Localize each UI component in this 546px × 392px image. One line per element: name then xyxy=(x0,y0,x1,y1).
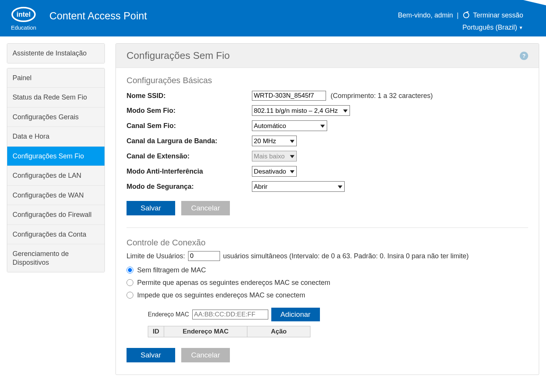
bandwidth-label: Canal da Largura de Banda: xyxy=(127,137,252,145)
section-separator xyxy=(127,228,528,228)
mac-address-label: Endereço MAC xyxy=(148,311,189,318)
basic-cancel-button[interactable]: Cancelar xyxy=(181,201,230,215)
mac-filter-label-2: Impede que os seguintes endereços MAC se… xyxy=(137,291,305,299)
bandwidth-select[interactable]: 20 MHz xyxy=(252,136,297,146)
sidebar: Assistente de Instalação PainelStatus da… xyxy=(7,43,105,375)
user-limit-input[interactable] xyxy=(188,251,220,261)
mac-filter-radio-0[interactable] xyxy=(127,267,133,273)
sidebar-item-9[interactable]: Gerenciamento de Dispositivos xyxy=(7,244,104,272)
channel-select[interactable]: Automático xyxy=(252,120,327,131)
anti-interference-select[interactable]: Desativado xyxy=(252,166,297,177)
page-title-bar: Configurações Sem Fio ? xyxy=(116,44,539,68)
logout-link[interactable]: Terminar sessão xyxy=(473,9,523,21)
conn-cancel-button[interactable]: Cancelar xyxy=(181,348,230,362)
wireless-mode-select[interactable]: 802.11 b/g/n misto – 2,4 GHz xyxy=(252,105,350,116)
sidebar-group-main: PainelStatus da Rede Sem FioConfiguraçõe… xyxy=(7,68,105,273)
mac-filter-radio-1[interactable] xyxy=(127,279,133,286)
sidebar-item-1[interactable]: Status da Rede Sem Fio xyxy=(7,88,104,107)
sidebar-item-3[interactable]: Data e Hora xyxy=(7,127,104,147)
sidebar-item-6[interactable]: Configurações de WAN xyxy=(7,186,104,205)
basic-save-button[interactable]: Salvar xyxy=(127,201,175,215)
welcome-text: Bem-vindo, admin xyxy=(398,9,453,21)
header-corner-notch xyxy=(523,0,546,5)
sidebar-item-4[interactable]: Configurações Sem Fio xyxy=(7,147,104,166)
logo-area: intel Education Content Access Point xyxy=(8,5,147,32)
user-limit-label: Limite de Usuários: xyxy=(127,251,185,262)
anti-interference-label: Modo Anti-Interferência xyxy=(127,168,252,175)
add-mac-button[interactable]: Adicionar xyxy=(271,308,320,321)
page-title: Configurações Sem Fio xyxy=(127,50,230,62)
wireless-mode-label: Modo Sem Fio: xyxy=(127,107,252,115)
language-label: Português (Brazil) xyxy=(462,24,517,31)
sidebar-item-install-wizard[interactable]: Assistente de Instalação xyxy=(7,44,104,63)
mac-filter-option-2[interactable]: Impede que os seguintes endereços MAC se… xyxy=(127,289,528,302)
svg-text:intel: intel xyxy=(16,11,30,18)
channel-label: Canal Sem Fio: xyxy=(127,122,252,130)
svg-point-3 xyxy=(464,13,469,18)
mac-filter-option-0[interactable]: Sem filtragem de MAC xyxy=(127,264,528,277)
sidebar-item-2[interactable]: Configurações Gerais xyxy=(7,107,104,127)
language-selector[interactable]: Português (Brazil)▼ xyxy=(398,21,523,33)
mac-filter-label-1: Permite que apenas os seguintes endereço… xyxy=(137,279,330,287)
sidebar-group-wizard: Assistente de Instalação xyxy=(7,43,105,63)
sidebar-item-7[interactable]: Configurações do Firewall xyxy=(7,205,104,225)
extension-select: Mais baixo xyxy=(252,151,297,161)
extension-label: Canal de Extensão: xyxy=(127,152,252,160)
logout-icon xyxy=(462,11,470,19)
chevron-down-icon: ▼ xyxy=(519,25,523,30)
app-header: intel Education Content Access Point Bem… xyxy=(0,0,546,36)
ssid-input[interactable] xyxy=(252,91,326,101)
app-title: Content Access Point xyxy=(49,10,147,22)
conn-save-button[interactable]: Salvar xyxy=(127,348,175,362)
divider: | xyxy=(457,9,459,21)
user-limit-hint: usuários simultâneos (Intervalo: de 0 a … xyxy=(223,251,468,262)
help-icon[interactable]: ? xyxy=(520,52,528,60)
mac-table: ID Endereço MAC Ação xyxy=(148,326,310,337)
basic-section-title: Configurações Básicas xyxy=(127,76,528,85)
sidebar-item-5[interactable]: Configurações de LAN xyxy=(7,166,104,186)
mac-table-header-action: Ação xyxy=(247,326,310,337)
mac-filter-option-1[interactable]: Permite que apenas os seguintes endereço… xyxy=(127,277,528,289)
mac-filter-radio-2[interactable] xyxy=(127,292,133,299)
sidebar-item-8[interactable]: Configurações da Conta xyxy=(7,225,104,245)
ssid-hint: (Comprimento: 1 a 32 caracteres) xyxy=(331,92,433,100)
mac-filter-label-0: Sem filtragem de MAC xyxy=(137,266,206,274)
security-mode-select[interactable]: Abrir xyxy=(252,181,345,192)
mac-table-header-id: ID xyxy=(148,326,164,337)
ssid-label: Nome SSID: xyxy=(127,92,252,100)
sidebar-item-0[interactable]: Painel xyxy=(7,68,104,88)
svg-text:Education: Education xyxy=(11,24,36,31)
security-mode-label: Modo de Segurança: xyxy=(127,183,252,191)
svg-marker-4 xyxy=(468,11,469,13)
mac-address-input[interactable] xyxy=(192,310,268,319)
header-right: Bem-vindo, admin | Terminar sessão Portu… xyxy=(398,9,523,34)
intel-education-logo: intel Education xyxy=(8,5,43,32)
main-panel: Configurações Sem Fio ? Configurações Bá… xyxy=(116,43,539,375)
conn-section-title: Controle de Conexão xyxy=(127,238,528,248)
mac-table-header-addr: Endereço MAC xyxy=(164,326,247,337)
